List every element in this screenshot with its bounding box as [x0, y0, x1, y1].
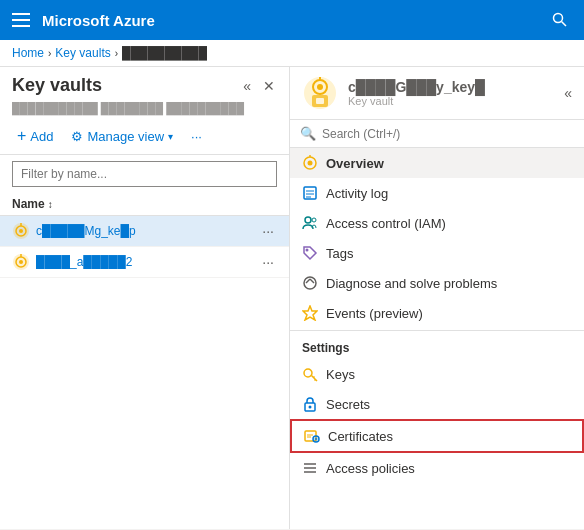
breadcrumb-home[interactable]: Home [12, 46, 44, 60]
rp-search-input[interactable] [322, 127, 574, 141]
name-column-header[interactable]: Name ↕ [12, 197, 53, 211]
svg-point-4 [19, 229, 23, 233]
vault-icon [12, 253, 30, 271]
activity-log-icon [302, 185, 318, 201]
nav-item-keys[interactable]: Keys [290, 359, 584, 389]
events-icon [302, 305, 318, 321]
svg-point-26 [304, 277, 316, 289]
panel-title: Key vaults [12, 75, 102, 96]
vault-name-1: c█████Mg_ke█p [36, 224, 253, 238]
breadcrumb: Home › Key vaults › ██████████ [0, 40, 584, 67]
svg-line-31 [312, 376, 318, 382]
nav-item-overview[interactable]: Overview [290, 148, 584, 178]
nav-label-certificates: Certificates [328, 429, 570, 444]
more-button[interactable]: ··· [186, 126, 207, 147]
diagnose-icon [302, 275, 318, 291]
nav-label-access-policies: Access policies [326, 461, 572, 476]
list-header: Name ↕ [0, 193, 289, 216]
nav-label-overview: Overview [326, 156, 572, 171]
settings-section-title: Settings [290, 330, 584, 359]
svg-point-0 [554, 14, 563, 23]
vault-header-type: Key vault [348, 95, 554, 107]
nav-label-events: Events (preview) [326, 306, 572, 321]
nav-label-secrets: Secrets [326, 397, 572, 412]
nav-item-events[interactable]: Events (preview) [290, 298, 584, 328]
secrets-icon [302, 396, 318, 412]
vault-name-2: ████_a█████2 [36, 255, 253, 269]
list-item[interactable]: c█████Mg_ke█p ··· [0, 216, 289, 247]
nav-label-keys: Keys [326, 367, 572, 382]
svg-line-28 [310, 279, 314, 283]
nav-label-tags: Tags [326, 246, 572, 261]
rp-header: c████G███y_key█ Key vault « [290, 67, 584, 120]
svg-point-35 [309, 406, 312, 409]
close-panel-btn[interactable]: ✕ [261, 76, 277, 96]
certificates-icon [304, 428, 320, 444]
svg-point-24 [312, 218, 316, 222]
nav-item-secrets[interactable]: Secrets [290, 389, 584, 419]
rp-search-bar: 🔍 [290, 120, 584, 148]
search-icon: 🔍 [300, 126, 316, 141]
vault-header-name: c████G███y_key█ [348, 79, 554, 95]
breadcrumb-key-vaults[interactable]: Key vaults [55, 46, 110, 60]
panel-toolbar: + Add ⚙ Manage view ▾ ··· [0, 120, 289, 155]
svg-marker-29 [303, 306, 317, 320]
breadcrumb-sep1: › [48, 48, 51, 59]
collapse-panel-btn[interactable]: « [241, 76, 253, 96]
keys-icon [302, 366, 318, 382]
svg-point-12 [317, 84, 323, 90]
topbar-search-icon[interactable] [548, 8, 572, 32]
hamburger-menu[interactable] [12, 13, 30, 27]
main-layout: Key vaults « ✕ ███████████ ████████ ████… [0, 67, 584, 529]
filter-wrap [0, 155, 289, 193]
panel-subtitle: ███████████ ████████ ██████████ [0, 100, 289, 120]
tags-icon [302, 245, 318, 261]
nav-label-activity: Activity log [326, 186, 572, 201]
gear-icon: ⚙ [71, 129, 83, 144]
nav-item-access-policies[interactable]: Access policies [290, 453, 584, 483]
nav-item-activity-log[interactable]: Activity log [290, 178, 584, 208]
svg-point-17 [308, 161, 313, 166]
vault-list: c█████Mg_ke█p ··· ████_a█████2 ··· [0, 216, 289, 278]
add-icon: + [17, 127, 26, 145]
panel-header: Key vaults « ✕ [0, 67, 289, 100]
svg-point-23 [305, 217, 311, 223]
manage-view-button[interactable]: ⚙ Manage view ▾ [66, 126, 178, 147]
svg-rect-15 [316, 98, 324, 104]
svg-line-27 [306, 279, 310, 283]
svg-point-25 [306, 249, 309, 252]
nav-item-diagnose[interactable]: Diagnose and solve problems [290, 268, 584, 298]
topbar: Microsoft Azure [0, 0, 584, 40]
nav-items: Overview Activity log [290, 148, 584, 529]
sort-icon: ↕ [48, 199, 53, 210]
overview-icon [302, 155, 318, 171]
svg-point-30 [304, 369, 312, 377]
access-policies-icon [302, 460, 318, 476]
nav-item-certificates[interactable]: Certificates [290, 419, 584, 453]
add-button[interactable]: + Add [12, 124, 58, 148]
ellipsis-icon: ··· [191, 129, 202, 144]
rp-collapse-btn[interactable]: « [564, 85, 572, 101]
svg-line-1 [562, 22, 567, 27]
panel-controls: « ✕ [241, 76, 277, 96]
filter-input[interactable] [12, 161, 277, 187]
access-control-icon [302, 215, 318, 231]
breadcrumb-sep2: › [115, 48, 118, 59]
nav-label-access: Access control (IAM) [326, 216, 572, 231]
app-title: Microsoft Azure [42, 12, 536, 29]
rp-header-info: c████G███y_key█ Key vault [348, 79, 554, 107]
chevron-down-icon: ▾ [168, 131, 173, 142]
nav-label-diagnose: Diagnose and solve problems [326, 276, 572, 291]
nav-item-access-control[interactable]: Access control (IAM) [290, 208, 584, 238]
left-panel: Key vaults « ✕ ███████████ ████████ ████… [0, 67, 290, 529]
nav-item-tags[interactable]: Tags [290, 238, 584, 268]
item-more-btn-2[interactable]: ··· [259, 254, 277, 270]
right-panel: c████G███y_key█ Key vault « 🔍 Overview [290, 67, 584, 529]
breadcrumb-current: ██████████ [122, 46, 207, 60]
list-item[interactable]: ████_a█████2 ··· [0, 247, 289, 278]
item-more-btn-1[interactable]: ··· [259, 223, 277, 239]
vault-header-icon [302, 75, 338, 111]
svg-point-8 [19, 260, 23, 264]
vault-icon [12, 222, 30, 240]
